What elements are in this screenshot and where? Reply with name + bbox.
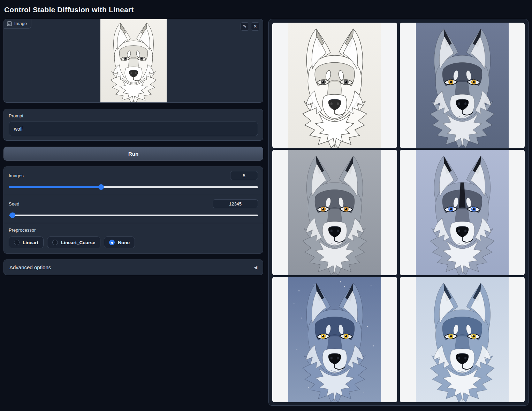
seed-slider-row: Seed [4, 195, 263, 223]
output-column [268, 19, 529, 406]
seed-slider-track[interactable] [9, 215, 258, 216]
radio-lineart[interactable]: Lineart [9, 236, 44, 248]
result-gallery [268, 19, 529, 406]
images-slider-thumb[interactable] [98, 184, 104, 190]
seed-number-input[interactable] [213, 199, 258, 208]
gallery-item-5[interactable] [272, 277, 397, 402]
gallery-item-6[interactable] [400, 277, 525, 402]
gallery-image-pale-blue-wolf [416, 277, 509, 402]
gallery-item-4[interactable] [400, 150, 525, 275]
radio-lineart-coarse-label: Lineart_Coarse [61, 240, 95, 245]
edit-image-button[interactable]: ✎ [241, 22, 249, 31]
preprocessor-label: Preprocessor [9, 227, 258, 233]
seed-slider-thumb[interactable] [10, 212, 15, 218]
image-input-component: Image ✎ × [3, 19, 263, 103]
collapse-arrow-icon: ◀ [254, 265, 257, 270]
radio-lineart-label: Lineart [23, 240, 38, 245]
radio-none-label: None [118, 240, 130, 245]
radio-circle [109, 240, 115, 245]
prompt-label: Prompt [9, 113, 258, 118]
images-slider-fill [9, 186, 101, 188]
advanced-options-accordion[interactable]: Advanced options ◀ [3, 259, 263, 275]
seed-slider[interactable] [9, 212, 258, 218]
gallery-image-gray-wolf-amber-eyes [416, 23, 509, 148]
radio-circle [14, 240, 20, 245]
radio-none[interactable]: None [104, 236, 135, 248]
image-input-label-text: Image [14, 21, 27, 26]
image-input-label: Image [4, 19, 31, 29]
app-root: Control Stable Diffusion with Lineart Im… [0, 0, 532, 406]
seed-label: Seed [9, 201, 19, 207]
controls-column: Image ✎ × [3, 19, 263, 281]
gallery-image-gray-wolf-orange-eyes [288, 150, 381, 275]
images-slider-row: Images [4, 167, 263, 195]
images-number-input[interactable] [230, 171, 258, 180]
gallery-image-blue-eyed-wolf [416, 150, 509, 275]
prompt-block: Prompt [3, 109, 263, 141]
preprocessor-row: Preprocessor Lineart Lineart_Coarse N [4, 223, 263, 253]
clear-image-button[interactable]: × [251, 22, 259, 31]
pencil-icon: ✎ [243, 24, 247, 29]
images-slider[interactable] [9, 184, 258, 190]
radio-circle [52, 240, 58, 245]
image-icon [7, 21, 12, 26]
gallery-item-2[interactable] [400, 23, 525, 148]
gallery-item-3[interactable] [272, 150, 397, 275]
run-button[interactable]: Run [3, 147, 263, 161]
close-icon: × [253, 23, 257, 29]
page-title: Control Stable Diffusion with Lineart [3, 3, 529, 19]
radio-lineart-coarse[interactable]: Lineart_Coarse [47, 236, 100, 248]
prompt-input[interactable] [9, 122, 258, 136]
images-label: Images [9, 173, 24, 178]
parameters-form: Images Seed [3, 166, 263, 254]
advanced-options-label: Advanced options [9, 264, 51, 270]
input-image-thumbnail[interactable] [100, 19, 167, 103]
gallery-item-1[interactable] [272, 23, 397, 148]
gallery-image-night-blue-wolf [288, 277, 381, 402]
gallery-image-lineart-sketch [288, 23, 381, 148]
